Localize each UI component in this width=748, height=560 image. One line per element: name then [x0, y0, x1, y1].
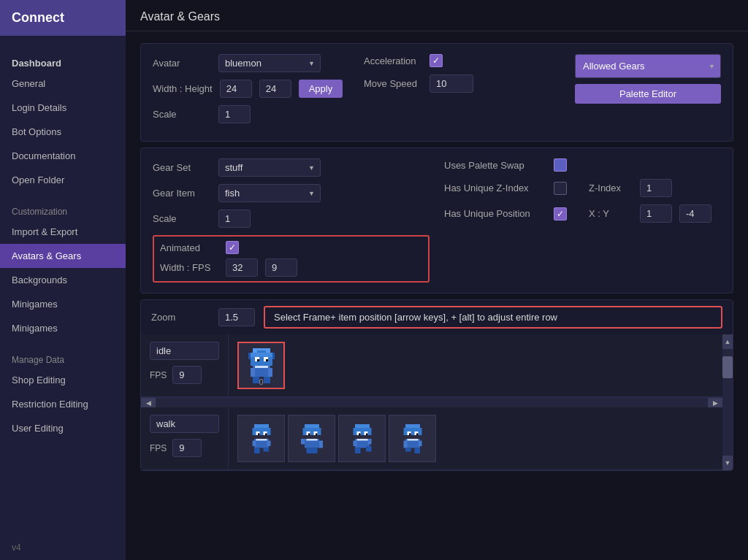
sidebar-item-backgrounds[interactable]: Minigames [0, 292, 126, 316]
svg-rect-41 [355, 424, 370, 428]
palette-swap-checkbox[interactable] [554, 158, 567, 172]
sidebar-item-user-editing[interactable]: User Editing [0, 416, 126, 440]
svg-rect-10 [257, 350, 266, 353]
sidebar-item-login-details[interactable]: Login Details [0, 96, 126, 120]
avatar-row: Avatar bluemon [153, 54, 349, 72]
walk-fps-input[interactable] [172, 439, 202, 457]
svg-rect-49 [367, 439, 371, 445]
sidebar-item-open-folder[interactable]: Open Folder [0, 168, 126, 192]
gear-scale-input[interactable] [218, 210, 251, 228]
walk-label-col: FPS [141, 407, 229, 469]
gear-scale-row: Scale [153, 210, 430, 228]
scale-input[interactable] [218, 105, 251, 123]
idle-name-input[interactable] [150, 342, 219, 360]
acceleration-row: Acceleration [364, 54, 560, 67]
svg-rect-37 [319, 440, 323, 448]
walk-frame-0[interactable] [237, 415, 285, 462]
palette-editor-button[interactable]: Palette Editor [575, 84, 721, 104]
sidebar-item-bot-options[interactable]: Bot Options [0, 120, 126, 144]
sidebar-item-general[interactable]: General [0, 72, 126, 96]
width-height-label: Width : Height [153, 83, 213, 94]
y-input[interactable] [679, 204, 711, 223]
sidebar-item-shop-editing[interactable]: Shop Editing [0, 368, 126, 392]
svg-rect-63 [414, 448, 420, 453]
animated-group: Animated Width : FPS [153, 235, 430, 283]
svg-rect-61 [418, 440, 421, 446]
gear-fps-input[interactable] [265, 258, 297, 277]
svg-rect-60 [403, 440, 407, 448]
allowed-gears-select[interactable]: Allowed Gears [575, 54, 721, 78]
animated-checkbox[interactable] [226, 241, 239, 254]
h-scroll-left-btn[interactable]: ◀ [141, 398, 156, 408]
app-title: Connect [12, 10, 64, 25]
idle-fps-input[interactable] [172, 366, 202, 384]
walk-fps-label: FPS [150, 443, 167, 453]
h-scroll-row: ◀ ▶ [141, 397, 722, 407]
gear-set-select[interactable]: stuff [218, 158, 321, 177]
sidebar-item-documentation[interactable]: Documentation [0, 144, 126, 168]
avatar-left-col: Avatar bluemon Width : Height Apply [153, 54, 349, 131]
walk-avatar-2 [348, 424, 377, 453]
sidebar-header: Connect [0, 0, 126, 36]
svg-rect-50 [355, 448, 361, 453]
h-scroll-right-btn[interactable]: ▶ [708, 398, 722, 408]
scroll-down-btn[interactable]: ▼ [722, 456, 733, 470]
zindex-label: Z-Index [589, 183, 633, 193]
sidebar-item-dashboard: Dashboard [0, 49, 126, 72]
acceleration-label: Acceleration [364, 55, 422, 66]
idle-frame-0[interactable]: 0 [237, 342, 285, 389]
frame-section: Zoom Select Frame+ item position [arrow … [140, 299, 733, 471]
svg-rect-13 [268, 368, 272, 377]
walk-avatar-3 [398, 424, 427, 453]
svg-rect-38 [306, 448, 312, 453]
svg-rect-46 [366, 433, 368, 435]
gear-item-select[interactable]: fish [218, 184, 321, 202]
sidebar-item-import-export[interactable]: Import & Export [0, 220, 126, 244]
svg-rect-54 [403, 428, 421, 435]
page-title: Avatar & Gears [126, 0, 748, 31]
sidebar-section-manage-data: Manage Data [0, 345, 126, 368]
svg-rect-8 [266, 359, 268, 361]
avatar-select[interactable]: bluemon [218, 54, 321, 72]
gear-width-input[interactable] [226, 258, 258, 277]
svg-rect-25 [267, 440, 270, 446]
gear-right-col: Uses Palette Swap Has Unique Z-Index Z-I… [444, 158, 721, 230]
svg-rect-62 [405, 448, 411, 451]
sidebar-item-restriction-editing[interactable]: Restriction Editing [0, 392, 126, 416]
zindex-input[interactable] [640, 179, 672, 197]
unique-zindex-checkbox[interactable] [554, 182, 567, 195]
sidebar-item-avatars-gears[interactable]: Avatars & Gears [0, 244, 126, 268]
svg-rect-33 [308, 433, 310, 435]
walk-frame-3[interactable] [389, 415, 436, 462]
scroll-handle[interactable] [722, 356, 733, 378]
svg-rect-40 [306, 439, 317, 441]
svg-rect-58 [416, 433, 419, 435]
scroll-up-btn[interactable]: ▲ [722, 334, 733, 349]
unique-position-checkbox[interactable] [554, 207, 567, 220]
acceleration-checkbox[interactable] [430, 54, 443, 67]
x-input[interactable] [640, 204, 672, 223]
svg-rect-39 [312, 448, 318, 453]
sidebar-item-nametags[interactable]: Backgrounds [0, 268, 126, 292]
walk-frame-1[interactable] [288, 415, 335, 462]
height-input[interactable] [259, 80, 291, 98]
svg-rect-52 [356, 439, 367, 441]
svg-rect-34 [316, 433, 318, 435]
svg-rect-1 [251, 353, 272, 357]
walk-name-input[interactable] [150, 415, 219, 433]
unique-zindex-label: Has Unique Z-Index [444, 183, 546, 193]
svg-rect-27 [263, 448, 269, 451]
width-input[interactable] [220, 80, 252, 98]
palette-swap-label: Uses Palette Swap [444, 160, 546, 171]
svg-rect-36 [301, 439, 305, 445]
svg-rect-57 [409, 433, 411, 435]
zoom-input[interactable] [218, 308, 255, 326]
walk-frame-2[interactable] [338, 415, 386, 462]
sidebar-item-minigames[interactable]: Minigames [0, 316, 126, 340]
move-speed-input[interactable] [430, 74, 473, 93]
avatar-section: Avatar bluemon Width : Height Apply [140, 43, 733, 142]
h-scroll-track[interactable] [156, 398, 708, 408]
apply-button[interactable]: Apply [299, 80, 343, 98]
sidebar-section-customization: Customization [0, 196, 126, 220]
gear-set-row: Gear Set stuff [153, 158, 430, 177]
